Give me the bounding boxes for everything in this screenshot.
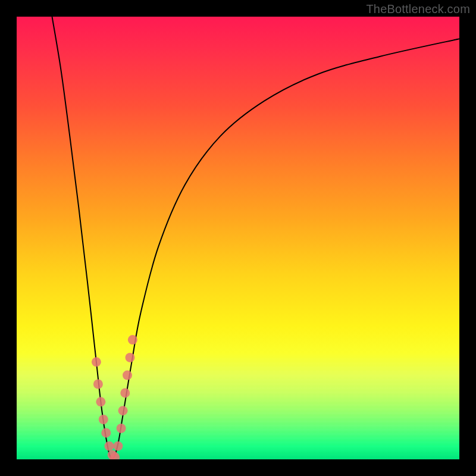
marker-dot [113, 441, 123, 451]
chart-frame: TheBottleneck.com [0, 0, 476, 476]
marker-dot [92, 357, 101, 367]
marker-dot [93, 380, 103, 389]
watermark-text: TheBottleneck.com [366, 2, 470, 16]
bottleneck-curve [52, 17, 460, 459]
marker-dot [117, 424, 126, 433]
plot-area [17, 17, 459, 459]
curve-layer [17, 17, 459, 459]
marker-dot [99, 415, 108, 424]
marker-dot [118, 406, 128, 415]
marker-dot [105, 441, 114, 451]
marker-dot [96, 397, 105, 406]
marker-dot [126, 353, 135, 362]
marker-dot [123, 371, 132, 380]
marker-group [92, 335, 137, 459]
marker-dot [101, 428, 111, 437]
marker-dot [120, 388, 130, 397]
marker-dot [128, 335, 137, 345]
